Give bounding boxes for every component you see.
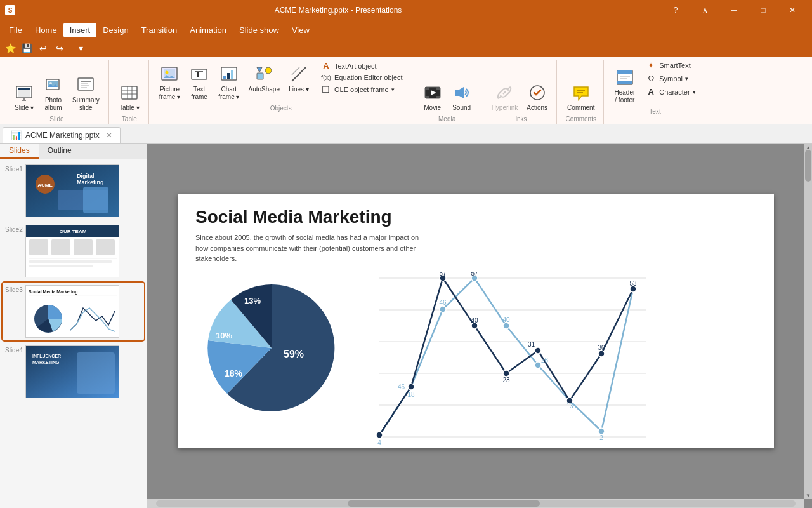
textart-label: TextArt object [334,62,377,70]
svg-point-98 [535,347,541,354]
menu-insert[interactable]: Insert [63,23,97,37]
ribbon-group-slide: Slide ▾ Photoalbum Summaryslide Slide [5,60,109,124]
qa-new-btn[interactable]: ⭐ [3,41,18,56]
text-group-label: Text [649,107,660,116]
chart-frame-label: Chartframe ▾ [218,86,239,101]
media-group-items: Movie Sound [419,60,476,114]
movie-btn-label: Movie [424,104,441,112]
menu-transition[interactable]: Transition [135,23,184,37]
svg-point-89 [535,362,541,368]
svg-text:INFLUENCER: INFLUENCER [32,354,61,358]
svg-text:57: 57 [439,272,447,277]
equation-editor-icon: f(x) [320,74,332,81]
table-btn[interactable]: Table ▾ [115,80,143,114]
svg-text:13: 13 [566,403,573,410]
svg-rect-2 [18,88,30,90]
h-scrollbar[interactable] [147,499,804,508]
menu-home[interactable]: Home [29,23,63,37]
tab-slides[interactable]: Slides [0,144,39,159]
autoshape-btn[interactable]: AutoShape [244,62,284,104]
slide-item-3[interactable]: Slide3 Social Media Marketing [3,283,144,340]
qa-more-btn[interactable]: ▾ [73,41,88,56]
help-btn[interactable]: ? [661,0,690,20]
svg-point-20 [166,71,169,74]
slide-item-2[interactable]: Slide2 OUR TEAM [3,222,144,280]
equation-editor-btn[interactable]: f(x) Equation Editor object [317,72,407,83]
svg-rect-36 [425,96,429,98]
svg-rect-28 [257,73,263,79]
character-arrow: ▾ [693,89,696,95]
autoshape-label: AutoShape [248,86,280,93]
sound-btn[interactable]: Sound [448,80,476,114]
qa-save-btn[interactable]: 💾 [19,41,34,56]
slide-num-1: Slide1 [5,164,23,173]
lines-icon [289,64,309,84]
file-tab-label: ACME Marketing.pptx [25,131,100,140]
qa-separator [70,43,70,53]
comment-btn[interactable]: Comment [563,80,598,114]
menu-slideshow[interactable]: Slide show [233,23,285,37]
file-tab-icon: 📊 [11,130,22,140]
slide-item-1[interactable]: Slide1 ACME Digital Marketing [3,162,144,220]
svg-text:Digital: Digital [77,173,95,179]
hyperlink-icon [494,83,514,103]
svg-point-91 [598,428,605,434]
ribbon-content: Slide ▾ Photoalbum Summaryslide Slide [0,57,812,124]
symbol-btn[interactable]: Ω Symbol ▾ [641,72,699,84]
photo-album-btn[interactable]: Photoalbum [39,72,67,114]
slide-panel-tabs: Slides Outline [0,144,147,159]
svg-marker-30 [257,67,262,72]
slide-btn[interactable]: Slide ▾ [10,80,38,114]
summary-slide-icon [75,75,96,95]
menu-animation[interactable]: Animation [183,23,233,37]
ole-object-btn[interactable]: ☐ OLE object frame ▾ [317,83,407,96]
ribbon-group-table: Table ▾ Table [110,60,149,124]
summary-slide-btn[interactable]: Summaryslide [69,72,103,114]
text-frame-label: Textframe [191,86,207,101]
scroll-up-btn[interactable]: ▲ [804,144,812,151]
close-btn[interactable]: ✕ [778,0,807,20]
tab-outline[interactable]: Outline [39,144,81,159]
hyperlink-btn[interactable]: Hyperlink [488,80,522,114]
actions-btn[interactable]: Actions [523,80,551,114]
slide-thumb-4: INFLUENCER MARKETING [25,345,119,398]
lines-btn[interactable]: Lines ▾ [285,62,313,104]
ribbon-group-links: Hyperlink Actions Links [483,60,557,124]
chart-frame-btn[interactable]: Chartframe ▾ [214,62,243,104]
ribbon-toggle-btn[interactable]: ∧ [690,0,719,20]
qa-undo-btn[interactable]: ↩ [36,41,51,56]
movie-btn[interactable]: Movie [419,80,447,114]
v-scrollbar[interactable]: ▼ ▲ [804,144,812,499]
menu-view[interactable]: View [285,23,316,37]
svg-text:Social Media Marketing: Social Media Marketing [29,290,77,295]
svg-text:MARKETING: MARKETING [32,360,60,364]
text-group-items: Header/ footer ✦ SmartText Ω Symbol ▾ A … [610,60,699,107]
menu-design[interactable]: Design [96,23,134,37]
hyperlink-label: Hyperlink [492,104,518,112]
svg-text:40: 40 [502,316,510,323]
ole-object-icon: ☐ [320,84,332,95]
svg-point-86 [440,306,446,312]
picture-frame-icon [159,64,180,84]
textart-btn[interactable]: A TextArt object [317,60,407,72]
canvas-area: ▼ ▲ Social Media Marketing Since about 2… [147,144,812,508]
header-footer-btn[interactable]: Header/ footer [610,65,639,107]
scroll-down-btn[interactable]: ▼ [804,491,812,499]
maximize-btn[interactable]: □ [749,0,778,20]
character-btn[interactable]: A Character ▾ [641,86,699,98]
menu-file[interactable]: File [3,23,29,37]
qa-redo-btn[interactable]: ↪ [52,41,67,56]
slide-item-4[interactable]: Slide4 INFLUENCER MARKETING [3,343,144,401]
file-tab-close[interactable]: ✕ [106,131,112,140]
slide-title: Social Media Marketing [178,194,774,232]
file-tab-acme[interactable]: 📊 ACME Marketing.pptx ✕ [3,127,121,143]
v-scrollbar-thumb[interactable] [805,150,811,182]
h-scrollbar-thumb[interactable] [348,500,539,507]
minimize-btn[interactable]: ─ [719,0,749,20]
svg-rect-37 [436,96,440,98]
svg-text:4: 4 [377,439,381,446]
text-frame-btn[interactable]: Textframe [185,62,213,104]
svg-rect-39 [455,90,459,96]
picture-frame-btn[interactable]: Pictureframe ▾ [155,62,184,104]
smarttext-btn[interactable]: ✦ SmartText [641,60,699,71]
